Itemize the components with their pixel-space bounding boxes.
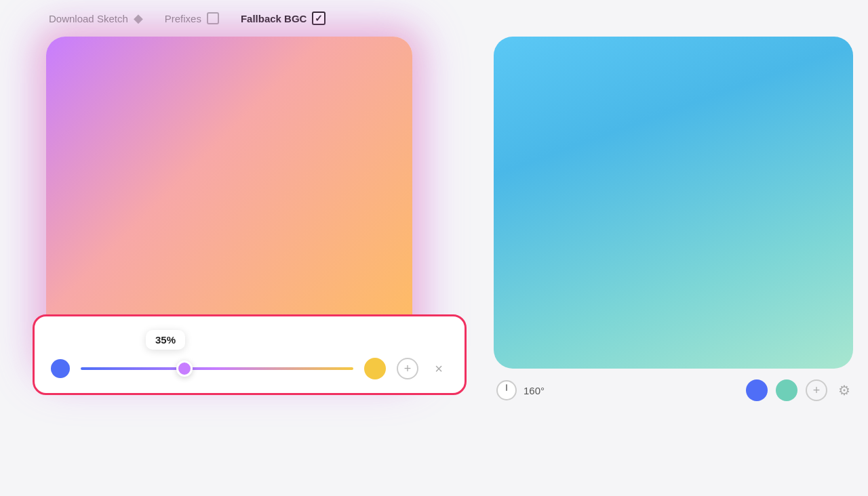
right-add-color-stop-button[interactable]: +	[806, 379, 827, 401]
color-stop-panel: 35% + ×	[33, 314, 467, 395]
right-color-dot-1[interactable]	[746, 379, 768, 401]
fallback-bgc-label: Fallback BGC	[241, 13, 307, 24]
prefixes-checkbox[interactable]	[207, 12, 219, 24]
right-panel: 160° + ⚙	[494, 37, 853, 401]
angle-control: 160°	[496, 380, 545, 400]
right-gradient-card	[494, 37, 853, 369]
slider-row: + ×	[51, 358, 448, 379]
percent-value: 35%	[146, 330, 185, 350]
fallback-bgc-item: Fallback BGC	[241, 12, 326, 25]
right-color-stops: + ⚙	[746, 379, 850, 401]
sketch-icon: ◆	[134, 11, 143, 26]
percent-bubble: 35%	[51, 330, 448, 355]
slider-track-container[interactable]	[81, 367, 353, 370]
angle-value: 160°	[524, 385, 545, 396]
download-sketch-item: Download Sketch ◆	[49, 11, 143, 26]
left-panel: 35% + ×	[33, 37, 467, 395]
remove-color-stop-button[interactable]: ×	[429, 359, 448, 378]
download-sketch-label: Download Sketch	[49, 13, 128, 24]
right-controls: 160° + ⚙	[494, 379, 853, 401]
angle-dial[interactable]	[496, 380, 517, 400]
prefixes-item: Prefixes	[165, 12, 219, 24]
top-bar: Download Sketch ◆ Prefixes Fallback BGC	[0, 0, 868, 37]
prefixes-label: Prefixes	[165, 13, 201, 24]
settings-icon[interactable]: ⚙	[838, 382, 850, 398]
color-stop-dot-1[interactable]	[51, 359, 70, 378]
add-color-stop-button[interactable]: +	[397, 358, 418, 379]
color-stop-dot-2[interactable]	[364, 358, 386, 379]
fallback-bgc-checkbox[interactable]	[312, 12, 326, 25]
right-color-dot-2[interactable]	[776, 379, 797, 401]
slider-thumb[interactable]	[176, 360, 193, 377]
main-content: 35% + × 160° +	[0, 37, 868, 496]
slider-track	[81, 367, 353, 370]
